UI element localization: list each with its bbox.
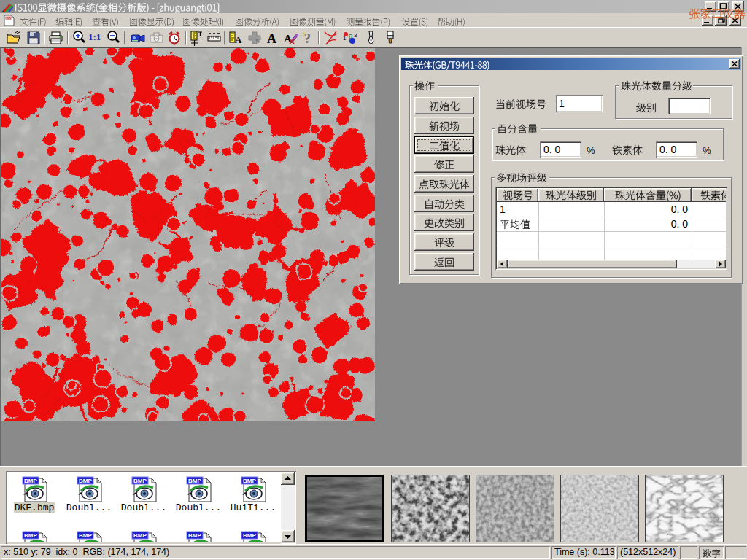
- svg-text:A: A: [235, 34, 242, 45]
- svg-text:BMP: BMP: [79, 478, 92, 484]
- svg-text:BMP: BMP: [133, 532, 147, 539]
- svg-text:BMP: BMP: [188, 532, 201, 539]
- svg-text:BMP: BMP: [188, 478, 201, 484]
- svg-text:BMP: BMP: [79, 532, 92, 539]
- svg-text:1: 1: [343, 35, 347, 42]
- svg-text:BMP: BMP: [243, 532, 256, 539]
- svg-text:BMP: BMP: [24, 532, 37, 539]
- svg-text:DOC: DOC: [6, 16, 14, 20]
- svg-text:A: A: [267, 31, 276, 46]
- svg-text:?: ?: [304, 31, 311, 46]
- svg-text:BMP: BMP: [24, 478, 37, 484]
- svg-text:3: 3: [354, 32, 357, 39]
- svg-text:BMP: BMP: [243, 478, 256, 484]
- svg-text:BMP: BMP: [133, 478, 147, 484]
